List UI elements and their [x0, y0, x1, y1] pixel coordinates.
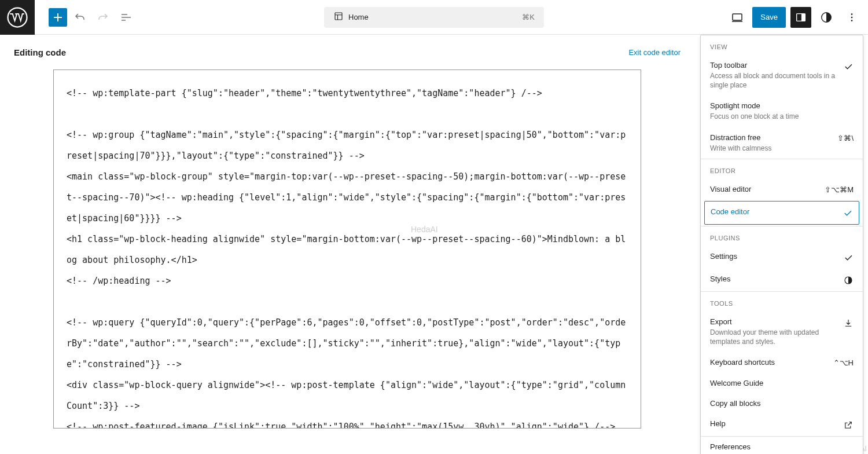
- menu-item-title: Code editor: [711, 207, 838, 216]
- menu-settings[interactable]: Settings: [701, 246, 863, 269]
- options-dropdown: VIEW Top toolbar Access all block and do…: [700, 35, 863, 454]
- menu-item-title: Top toolbar: [710, 61, 838, 69]
- menu-distraction-free[interactable]: Distraction free Write with calmness ⇧⌘\: [701, 127, 863, 159]
- menu-item-title: Copy all blocks: [710, 399, 854, 408]
- menu-top-toolbar[interactable]: Top toolbar Access all block and documen…: [701, 55, 863, 96]
- menu-item-desc: Write with calmness: [710, 144, 833, 153]
- svg-rect-4: [801, 13, 805, 21]
- svg-rect-2: [733, 14, 742, 20]
- svg-rect-1: [335, 13, 342, 20]
- menu-welcome-guide[interactable]: Welcome Guide: [701, 373, 863, 393]
- menu-copy-all-blocks[interactable]: Copy all blocks: [701, 393, 863, 413]
- menu-spotlight-mode[interactable]: Spotlight mode Focus on one block at a t…: [701, 96, 863, 127]
- topbar: Home ⌘K Save: [0, 0, 868, 35]
- editor-section-label: EDITOR: [701, 159, 863, 179]
- check-icon: [843, 208, 853, 218]
- menu-item-title: Welcome Guide: [710, 379, 854, 387]
- external-link-icon: [843, 420, 854, 430]
- menu-item-title: Visual editor: [710, 185, 820, 193]
- tools-section-label: TOOLS: [701, 292, 863, 312]
- menu-item-desc: Download your theme with updated templat…: [710, 328, 838, 346]
- settings-panel-toggle[interactable]: [790, 7, 811, 28]
- menu-item-title: Keyboard shortcuts: [710, 358, 829, 367]
- view-section-label: VIEW: [701, 35, 863, 55]
- check-icon: [843, 252, 854, 263]
- more-vertical-icon: [845, 11, 858, 24]
- menu-item-title: Distraction free: [710, 133, 833, 142]
- document-bar[interactable]: Home ⌘K: [324, 7, 544, 28]
- menu-export[interactable]: Export Download your theme with updated …: [701, 312, 863, 352]
- options-button[interactable]: [841, 7, 862, 28]
- check-icon: [843, 61, 854, 72]
- wordpress-logo[interactable]: [0, 0, 35, 35]
- save-button[interactable]: Save: [752, 7, 786, 28]
- menu-item-title: Preferences: [710, 442, 854, 451]
- menu-preferences[interactable]: Preferences: [701, 437, 863, 454]
- plus-icon: [51, 10, 65, 24]
- editing-label: Editing code: [14, 47, 66, 57]
- half-circle-icon: [843, 275, 854, 285]
- undo-button[interactable]: [69, 7, 90, 28]
- svg-point-8: [851, 20, 853, 21]
- menu-item-title: Export: [710, 317, 838, 326]
- command-shortcut: ⌘K: [522, 13, 535, 21]
- menu-item-title: Spotlight mode: [710, 101, 854, 110]
- download-icon: [843, 318, 854, 328]
- editing-bar: Editing code Exit code editor: [0, 35, 694, 69]
- plugins-section-label: PLUGINS: [701, 226, 863, 246]
- document-title: Home: [348, 13, 369, 21]
- menu-item-title: Settings: [710, 252, 838, 261]
- svg-point-7: [851, 16, 853, 18]
- menu-code-editor[interactable]: Code editor: [704, 201, 859, 225]
- redo-button[interactable]: [93, 7, 113, 28]
- menu-shortcut: ⇧⌥⌘M: [825, 185, 854, 194]
- view-button[interactable]: [727, 7, 748, 28]
- menu-item-desc: Focus on one block at a time: [710, 112, 854, 121]
- menu-help[interactable]: Help: [701, 413, 863, 436]
- template-icon: [333, 11, 344, 24]
- exit-code-editor-link[interactable]: Exit code editor: [628, 48, 681, 57]
- svg-point-6: [851, 13, 853, 15]
- wordpress-icon: [7, 7, 28, 28]
- half-circle-icon: [820, 11, 833, 24]
- code-textarea[interactable]: <!-- wp:template-part {"slug":"header","…: [53, 69, 641, 429]
- menu-item-title: Styles: [710, 274, 838, 283]
- menu-item-title: Help: [710, 419, 838, 428]
- menu-visual-editor[interactable]: Visual editor ⇧⌥⌘M: [701, 179, 863, 200]
- menu-styles[interactable]: Styles: [701, 269, 863, 291]
- menu-shortcut: ⌃⌥H: [833, 358, 854, 367]
- menu-shortcut: ⇧⌘\: [837, 134, 854, 142]
- desktop-icon: [730, 10, 744, 24]
- list-view-icon: [119, 10, 133, 24]
- menu-item-desc: Access all block and document tools in a…: [710, 71, 838, 90]
- svg-point-0: [8, 8, 27, 27]
- styles-toggle[interactable]: [816, 7, 837, 28]
- document-overview-button[interactable]: [116, 7, 137, 28]
- undo-icon: [73, 10, 87, 24]
- menu-keyboard-shortcuts[interactable]: Keyboard shortcuts ⌃⌥H: [701, 352, 863, 373]
- code-container: <!-- wp:template-part {"slug":"header","…: [0, 69, 694, 429]
- sidebar-icon: [795, 11, 807, 24]
- redo-icon: [96, 10, 110, 24]
- block-inserter-button[interactable]: [49, 8, 67, 27]
